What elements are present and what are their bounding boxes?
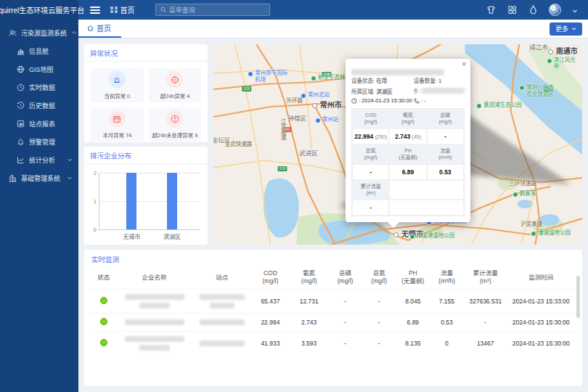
- abnormal-card-2[interactable]: 本月异常 74: [91, 107, 144, 142]
- map-label-text: 南通市: [556, 47, 578, 56]
- sidebar-item-1[interactable]: 信息舱: [0, 42, 78, 60]
- device-region-value: 滨湖区: [376, 89, 393, 95]
- table-row[interactable]: 41.9333.593--8.1350134672024-01-23 15:30…: [91, 331, 575, 355]
- measure-header: 流量(m³/h): [427, 144, 464, 164]
- abnormal-card-1[interactable]: 超24h异常 4: [149, 68, 202, 102]
- measure-value: 2.743 (45): [389, 128, 426, 144]
- popup-close-icon[interactable]: ×: [462, 60, 466, 68]
- map-label-poi-green[interactable]: 常阴沙生态农业旅游区: [519, 85, 558, 97]
- park-poi-icon: [519, 85, 525, 91]
- table-cell: 8.135: [396, 331, 430, 355]
- chart-gridline: [99, 201, 200, 202]
- table-column-header: 企业名称: [115, 266, 193, 289]
- map-label-text: 江宜高速: [279, 118, 286, 140]
- popup-measurements: COD(mg/l)氨氮(mg/l)总磷(mg/l)22.994 (250)2.7…: [351, 108, 465, 216]
- sidebar-item-label: 污染源监测系统: [21, 28, 67, 38]
- realtime-table: 状态企业名称站点COD(mg/l)氨氮(mg/l)总磷(mg/l)总氮(mg/l…: [91, 266, 575, 355]
- map-label-text: 金武快速路: [225, 142, 253, 148]
- sidebar-item-5[interactable]: 站点报表: [0, 115, 78, 133]
- measure-header: COD(mg/l): [352, 109, 389, 128]
- measure-header: 总磷(mg/l): [427, 109, 464, 128]
- more-button[interactable]: 更多: [550, 23, 582, 36]
- measure-header: 累计流量(m³): [352, 180, 389, 200]
- flame-icon[interactable]: [528, 5, 538, 15]
- enterprise-name-redacted: [115, 289, 193, 313]
- table-cell: -: [328, 331, 362, 355]
- sidebar-item-3[interactable]: 实时数据: [0, 78, 78, 97]
- enterprise-name-redacted: [115, 313, 193, 331]
- table-cell: 65.437: [251, 289, 290, 313]
- search-input[interactable]: [169, 7, 265, 14]
- table-row[interactable]: 65.43712.731--8.0457.155327636.5312024-0…: [91, 289, 575, 313]
- sidebar-item-4[interactable]: 历史数据: [0, 97, 78, 115]
- table-cell: 22.994: [251, 313, 290, 331]
- map-label-poi-green[interactable]: 鹅真荡: [513, 191, 539, 197]
- table-row[interactable]: 22.9942.743--6.890.53-2024-01-23 15:30:0…: [91, 313, 575, 331]
- table-column-header: 监测时间: [507, 266, 575, 289]
- table-cell: -: [362, 289, 396, 313]
- gis-map[interactable]: S39G42S48S58S19S48G2S230 常州市钟楼区武进区金坛区无锡市…: [213, 44, 582, 245]
- table-cell: 0: [430, 331, 464, 355]
- table-cell: -: [362, 313, 396, 331]
- map-label-text: 三环快速路: [510, 181, 537, 187]
- table-column-header: 累计流量(m³): [464, 266, 507, 289]
- hamburger-menu-icon[interactable]: [90, 7, 100, 14]
- status-dot: [100, 339, 107, 346]
- popup-address-redacted: [422, 88, 465, 94]
- station-popup: × 设备状态: 在用 设备数量: 1 所属区域: 滨湖区 : :2024-01-…: [346, 59, 470, 222]
- map-label-poi-green[interactable]: 新龙生态林: [311, 75, 347, 81]
- grid-icon: [110, 7, 118, 14]
- building-icon: [9, 174, 17, 182]
- map-label-poi-green[interactable]: 漕湖湿地公园: [531, 230, 574, 237]
- measure-header: 氨氮(mg/l): [389, 109, 426, 128]
- sidebar-item-0[interactable]: 污染源监测系统: [0, 24, 78, 42]
- sidebar-item-label: GIS地图: [29, 65, 54, 74]
- measure-empty: [389, 200, 464, 216]
- table-column-header: 站点: [193, 266, 251, 289]
- map-label-text: 钟楼区: [287, 115, 306, 123]
- tab-home[interactable]: 首页: [78, 20, 121, 38]
- chevron-down-icon: [67, 157, 73, 164]
- map-label-poi-green[interactable]: 滨江风光带: [547, 57, 579, 70]
- enterprise-distribution-panel: 排污企业分布 012无锡市滨湖区: [84, 147, 208, 245]
- station-name-redacted: [193, 289, 251, 313]
- sidebar-item-8[interactable]: 基础管理系统: [0, 169, 78, 187]
- layout-icon[interactable]: [507, 5, 517, 15]
- abnormal-card-label: 超24h未处理异常 4: [152, 131, 197, 138]
- map-label-poi-green[interactable]: 黄泗浦生态公园: [476, 102, 524, 109]
- chevron-down-icon: [571, 26, 576, 31]
- theme-skin-icon[interactable]: [486, 5, 496, 15]
- map-label-poi-blue[interactable]: 常州奔牛国际机场: [248, 70, 293, 83]
- sidebar-item-6[interactable]: 预警管理: [0, 133, 78, 151]
- park-poi-icon: [547, 58, 552, 64]
- svg-text:S19: S19: [279, 167, 286, 171]
- chevron-down-icon: [67, 175, 73, 182]
- popup-device-info: 设备状态: 在用 设备数量: 1 所属区域: 滨湖区 : :2024-01-23…: [351, 76, 465, 104]
- abnormal-card-label: 当前异常 0: [104, 91, 130, 99]
- map-label-poi-blue[interactable]: 常州北站: [301, 92, 332, 99]
- menu-search[interactable]: [155, 4, 270, 16]
- abnormal-card-0[interactable]: 当前异常 0: [91, 68, 144, 102]
- abnormal-card-3[interactable]: 超24h未处理异常 4: [149, 107, 202, 142]
- table-cell: -: [328, 313, 362, 331]
- siren-icon: [109, 71, 126, 88]
- chart-xlabel: 滨湖区: [163, 232, 181, 240]
- table-column-header: 总氮(mg/l): [362, 266, 396, 289]
- table-scrollbar[interactable]: [576, 276, 580, 318]
- sidebar-item-7[interactable]: 统计分析: [0, 151, 78, 169]
- park-poi-icon: [476, 103, 482, 109]
- transport-poi-icon: [315, 118, 321, 123]
- sidebar-item-2[interactable]: GIS地图: [0, 60, 78, 78]
- map-label-text: 常州站: [322, 117, 339, 123]
- user-avatar[interactable]: [549, 4, 561, 16]
- svg-text:S39: S39: [243, 87, 250, 91]
- map-label-poi-blue[interactable]: 常州站: [315, 117, 344, 123]
- map-label-poi-green[interactable]: 大溪港湿地公园: [409, 233, 457, 240]
- clock-icon: [17, 83, 25, 91]
- user-menu-chevron-icon[interactable]: [572, 4, 578, 17]
- map-label-road: 金武快速路: [225, 142, 253, 148]
- table-cell: 41.933: [251, 331, 290, 355]
- tab-home-label: 首页: [97, 23, 111, 33]
- park-poi-icon: [409, 234, 415, 240]
- breadcrumb[interactable]: 首页: [110, 4, 135, 15]
